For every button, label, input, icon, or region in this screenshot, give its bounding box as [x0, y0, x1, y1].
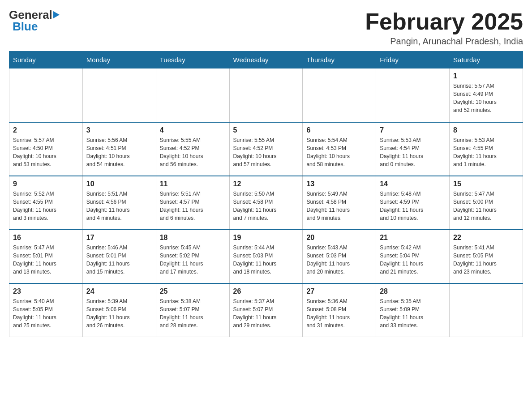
calendar-header-row: Sunday Monday Tuesday Wednesday Thursday… [9, 51, 523, 68]
header-saturday: Saturday [450, 51, 523, 68]
table-row: 6Sunrise: 5:54 AM Sunset: 4:53 PM Daylig… [303, 122, 376, 176]
table-row: 21Sunrise: 5:42 AM Sunset: 5:04 PM Dayli… [376, 230, 450, 283]
table-row [229, 68, 303, 122]
day-number: 21 [380, 234, 446, 242]
page-header: General Blue February 2025 Pangin, Aruna… [9, 9, 523, 47]
table-row: 10Sunrise: 5:51 AM Sunset: 4:56 PM Dayli… [82, 176, 156, 230]
table-row: 27Sunrise: 5:36 AM Sunset: 5:08 PM Dayli… [303, 283, 376, 337]
day-number: 25 [160, 287, 226, 295]
table-row: 7Sunrise: 5:53 AM Sunset: 4:54 PM Daylig… [376, 122, 450, 176]
day-info: Sunrise: 5:35 AM Sunset: 5:09 PM Dayligh… [380, 297, 446, 330]
table-row: 17Sunrise: 5:46 AM Sunset: 5:01 PM Dayli… [82, 230, 156, 283]
calendar-table: Sunday Monday Tuesday Wednesday Thursday… [9, 51, 523, 337]
header-monday: Monday [82, 51, 156, 68]
day-number: 23 [13, 287, 79, 295]
day-info: Sunrise: 5:56 AM Sunset: 4:51 PM Dayligh… [86, 136, 152, 168]
day-info: Sunrise: 5:42 AM Sunset: 5:04 PM Dayligh… [380, 244, 446, 276]
day-number: 22 [453, 234, 519, 242]
day-info: Sunrise: 5:57 AM Sunset: 4:49 PM Dayligh… [453, 82, 519, 114]
table-row: 16Sunrise: 5:47 AM Sunset: 5:01 PM Dayli… [9, 230, 83, 283]
day-number: 20 [306, 234, 372, 242]
logo-general-text: General [9, 9, 60, 21]
table-row: 15Sunrise: 5:47 AM Sunset: 5:00 PM Dayli… [450, 176, 523, 230]
table-row: 4Sunrise: 5:55 AM Sunset: 4:52 PM Daylig… [156, 122, 229, 176]
table-row: 24Sunrise: 5:39 AM Sunset: 5:06 PM Dayli… [82, 283, 156, 337]
day-info: Sunrise: 5:53 AM Sunset: 4:55 PM Dayligh… [453, 136, 519, 168]
day-number: 9 [13, 180, 79, 188]
day-info: Sunrise: 5:49 AM Sunset: 4:58 PM Dayligh… [306, 190, 372, 222]
day-number: 8 [453, 126, 519, 134]
day-info: Sunrise: 5:51 AM Sunset: 4:57 PM Dayligh… [160, 190, 226, 222]
day-number: 24 [86, 287, 152, 295]
day-info: Sunrise: 5:47 AM Sunset: 5:01 PM Dayligh… [13, 244, 79, 276]
day-info: Sunrise: 5:41 AM Sunset: 5:05 PM Dayligh… [453, 244, 519, 276]
logo-blue-text: Blue [13, 21, 38, 32]
table-row: 28Sunrise: 5:35 AM Sunset: 5:09 PM Dayli… [376, 283, 450, 337]
table-row: 5Sunrise: 5:55 AM Sunset: 4:52 PM Daylig… [229, 122, 303, 176]
table-row: 12Sunrise: 5:50 AM Sunset: 4:58 PM Dayli… [229, 176, 303, 230]
day-info: Sunrise: 5:52 AM Sunset: 4:55 PM Dayligh… [13, 190, 79, 222]
day-info: Sunrise: 5:55 AM Sunset: 4:52 PM Dayligh… [160, 136, 226, 168]
table-row: 18Sunrise: 5:45 AM Sunset: 5:02 PM Dayli… [156, 230, 229, 283]
table-row: 14Sunrise: 5:48 AM Sunset: 4:59 PM Dayli… [376, 176, 450, 230]
table-row: 22Sunrise: 5:41 AM Sunset: 5:05 PM Dayli… [450, 230, 523, 283]
table-row: 23Sunrise: 5:40 AM Sunset: 5:05 PM Dayli… [9, 283, 83, 337]
day-number: 26 [233, 287, 299, 295]
day-number: 18 [160, 234, 226, 242]
day-number: 27 [306, 287, 372, 295]
day-number: 7 [380, 126, 446, 134]
day-number: 28 [380, 287, 446, 295]
day-info: Sunrise: 5:48 AM Sunset: 4:59 PM Dayligh… [380, 190, 446, 222]
day-info: Sunrise: 5:39 AM Sunset: 5:06 PM Dayligh… [86, 297, 152, 330]
day-info: Sunrise: 5:57 AM Sunset: 4:50 PM Dayligh… [13, 136, 79, 168]
day-number: 6 [306, 126, 372, 134]
header-thursday: Thursday [303, 51, 376, 68]
day-number: 1 [453, 72, 519, 80]
day-number: 11 [160, 180, 226, 188]
table-row: 2Sunrise: 5:57 AM Sunset: 4:50 PM Daylig… [9, 122, 83, 176]
table-row: 8Sunrise: 5:53 AM Sunset: 4:55 PM Daylig… [450, 122, 523, 176]
day-number: 19 [233, 234, 299, 242]
day-info: Sunrise: 5:37 AM Sunset: 5:07 PM Dayligh… [233, 297, 299, 330]
header-wednesday: Wednesday [229, 51, 303, 68]
day-info: Sunrise: 5:44 AM Sunset: 5:03 PM Dayligh… [233, 244, 299, 276]
day-number: 14 [380, 180, 446, 188]
day-number: 17 [86, 234, 152, 242]
month-title: February 2025 [365, 9, 523, 34]
table-row: 19Sunrise: 5:44 AM Sunset: 5:03 PM Dayli… [229, 230, 303, 283]
svg-marker-0 [53, 11, 60, 18]
logo: General Blue [9, 9, 60, 32]
header-friday: Friday [376, 51, 450, 68]
day-info: Sunrise: 5:45 AM Sunset: 5:02 PM Dayligh… [160, 244, 226, 276]
day-info: Sunrise: 5:50 AM Sunset: 4:58 PM Dayligh… [233, 190, 299, 222]
day-info: Sunrise: 5:51 AM Sunset: 4:56 PM Dayligh… [86, 190, 152, 222]
header-sunday: Sunday [9, 51, 83, 68]
header-tuesday: Tuesday [156, 51, 229, 68]
table-row [9, 68, 83, 122]
day-info: Sunrise: 5:47 AM Sunset: 5:00 PM Dayligh… [453, 190, 519, 222]
day-info: Sunrise: 5:38 AM Sunset: 5:07 PM Dayligh… [160, 297, 226, 330]
table-row: 13Sunrise: 5:49 AM Sunset: 4:58 PM Dayli… [303, 176, 376, 230]
day-info: Sunrise: 5:36 AM Sunset: 5:08 PM Dayligh… [306, 297, 372, 330]
day-number: 13 [306, 180, 372, 188]
day-info: Sunrise: 5:40 AM Sunset: 5:05 PM Dayligh… [13, 297, 79, 330]
table-row: 25Sunrise: 5:38 AM Sunset: 5:07 PM Dayli… [156, 283, 229, 337]
table-row: 1Sunrise: 5:57 AM Sunset: 4:49 PM Daylig… [450, 68, 523, 122]
table-row: 11Sunrise: 5:51 AM Sunset: 4:57 PM Dayli… [156, 176, 229, 230]
day-info: Sunrise: 5:54 AM Sunset: 4:53 PM Dayligh… [306, 136, 372, 168]
table-row [376, 68, 450, 122]
day-info: Sunrise: 5:43 AM Sunset: 5:03 PM Dayligh… [306, 244, 372, 276]
title-section: February 2025 Pangin, Arunachal Pradesh,… [365, 9, 523, 47]
day-number: 4 [160, 126, 226, 134]
table-row [156, 68, 229, 122]
day-number: 2 [13, 126, 79, 134]
table-row: 3Sunrise: 5:56 AM Sunset: 4:51 PM Daylig… [82, 122, 156, 176]
table-row [303, 68, 376, 122]
day-number: 16 [13, 234, 79, 242]
table-row [450, 283, 523, 337]
location-text: Pangin, Arunachal Pradesh, India [365, 36, 523, 47]
table-row: 26Sunrise: 5:37 AM Sunset: 5:07 PM Dayli… [229, 283, 303, 337]
table-row [82, 68, 156, 122]
day-info: Sunrise: 5:55 AM Sunset: 4:52 PM Dayligh… [233, 136, 299, 168]
table-row: 20Sunrise: 5:43 AM Sunset: 5:03 PM Dayli… [303, 230, 376, 283]
